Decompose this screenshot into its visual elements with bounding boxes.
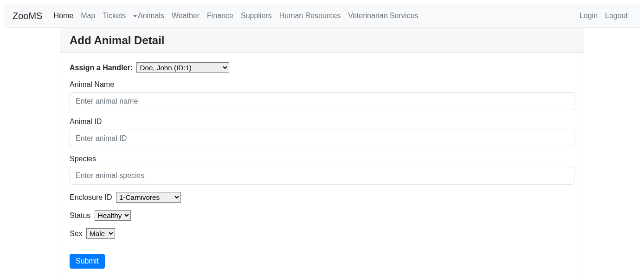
animal-id-input[interactable] bbox=[70, 130, 574, 147]
nav-human-resources[interactable]: Human Resources bbox=[279, 12, 341, 20]
status-label: Status bbox=[70, 211, 90, 220]
sex-group: Sex Male bbox=[70, 228, 574, 239]
brand[interactable]: ZooMS bbox=[13, 8, 42, 24]
status-group: Status Healthy bbox=[70, 210, 574, 221]
enclosure-label: Enclosure ID bbox=[70, 193, 112, 202]
animal-name-input[interactable] bbox=[70, 92, 574, 110]
nav-logout[interactable]: Logout bbox=[605, 12, 628, 20]
animal-id-label: Animal ID bbox=[70, 118, 102, 126]
nav-tickets[interactable]: Tickets bbox=[103, 12, 126, 20]
species-group: Species bbox=[70, 155, 574, 185]
nav-finance[interactable]: Finance bbox=[207, 12, 233, 20]
animal-id-group: Animal ID bbox=[70, 118, 574, 147]
sex-select[interactable]: Male bbox=[86, 228, 115, 239]
handler-group: Assign a Handler: Doe, John (ID:1) bbox=[70, 62, 574, 73]
submit-button[interactable]: Submit bbox=[70, 254, 105, 269]
handler-label: Assign a Handler: bbox=[70, 64, 133, 72]
nav-vet-services[interactable]: Veterinarian Services bbox=[348, 12, 418, 20]
page-title: Add Animal Detail bbox=[70, 34, 574, 47]
status-select[interactable]: Healthy bbox=[95, 210, 131, 221]
nav-suppliers[interactable]: Suppliers bbox=[241, 12, 272, 20]
species-input[interactable] bbox=[70, 167, 574, 185]
navbar: ZooMS Home Map Tickets Animals Weather F… bbox=[5, 4, 639, 28]
card-header: Add Animal Detail bbox=[60, 28, 584, 53]
nav-map[interactable]: Map bbox=[81, 12, 95, 20]
handler-select[interactable]: Doe, John (ID:1) bbox=[136, 62, 229, 73]
nav-main: Home Map Tickets Animals Weather Finance… bbox=[50, 8, 575, 24]
nav-home[interactable]: Home bbox=[53, 12, 73, 20]
card-body: Assign a Handler: Doe, John (ID:1) Anima… bbox=[60, 53, 584, 277]
enclosure-select[interactable]: 1-Carnivores bbox=[116, 192, 181, 203]
sex-label: Sex bbox=[70, 230, 83, 238]
animal-name-label: Animal Name bbox=[70, 80, 114, 89]
nav-weather[interactable]: Weather bbox=[172, 12, 200, 20]
enclosure-group: Enclosure ID 1-Carnivores bbox=[70, 192, 574, 203]
nav-login[interactable]: Login bbox=[580, 12, 598, 20]
animal-name-group: Animal Name bbox=[70, 80, 574, 110]
nav-right: Login Logout bbox=[576, 8, 631, 24]
nav-animals-dropdown[interactable]: Animals bbox=[133, 12, 164, 20]
species-label: Species bbox=[70, 155, 96, 163]
add-animal-card: Add Animal Detail Assign a Handler: Doe,… bbox=[60, 28, 584, 277]
